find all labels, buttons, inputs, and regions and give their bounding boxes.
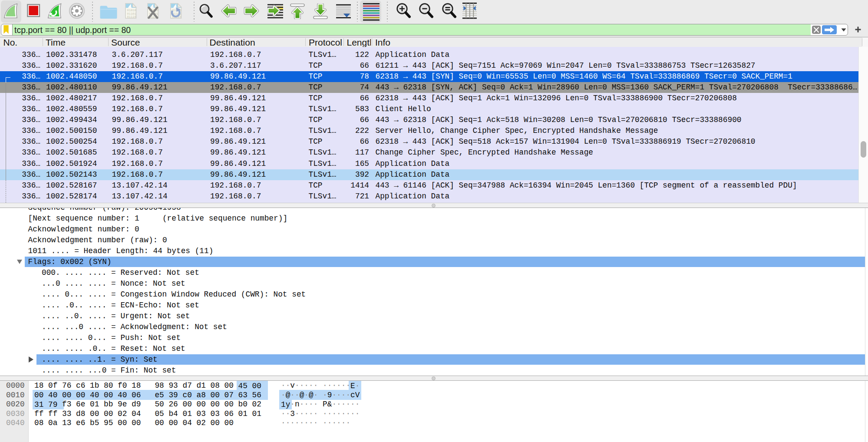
svg-text:01110: 01110 (127, 15, 136, 19)
